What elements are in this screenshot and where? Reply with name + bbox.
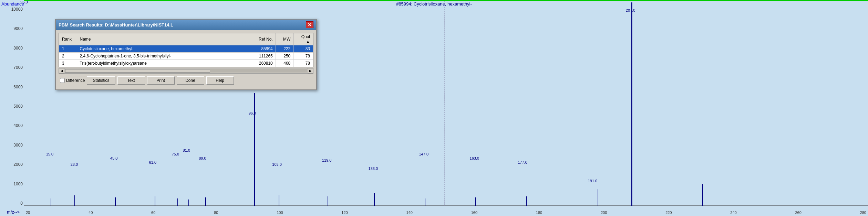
cell-mw: 468 <box>276 60 293 67</box>
y-tick: 0 <box>20 201 23 206</box>
dialog-title: PBM Search Results: D:\MassHunter\Librar… <box>59 22 173 28</box>
difference-checkbox-area: Difference <box>60 78 85 83</box>
x-tick-240: 240 <box>730 210 736 215</box>
x-tick-280: 280 <box>860 210 866 215</box>
x-tick-200: 200 <box>601 210 607 215</box>
cell-rank: 3 <box>59 60 77 67</box>
dialog-titlebar: PBM Search Results: D:\MassHunter\Librar… <box>56 20 316 30</box>
cell-rank: 1 <box>59 45 77 53</box>
col-rank: Rank <box>59 33 77 45</box>
cell-refno: 111265 <box>247 53 276 60</box>
cell-qual: 78 <box>293 53 313 60</box>
y-tick: 4000 <box>13 123 23 128</box>
y-tick: 2000 <box>13 162 23 167</box>
mz-label: m/z--> <box>7 209 20 215</box>
cell-qual: 78 <box>293 60 313 67</box>
x-tick-120: 120 <box>341 210 348 215</box>
x-axis: 20 40 60 80 100 120 140 160 180 200 220 … <box>24 210 868 215</box>
y-tick: 8000 <box>13 46 23 51</box>
x-tick-60: 60 <box>151 210 155 215</box>
abundance-label: Abundance <box>1 1 24 7</box>
cell-refno: 85994 <box>247 45 276 53</box>
dialog-content: Rank Name Ref No. MW Qual ▲ 1 Cyclotrisi… <box>56 30 316 89</box>
chart-area: Abundance #85994: Cyclotrisiloxane, hexa… <box>0 0 868 216</box>
table-row[interactable]: 2 2,4,6-Cycloheptatrien-1-one, 3,5-bis-t… <box>59 53 313 60</box>
cell-refno: 260810 <box>247 60 276 67</box>
cell-mw: 222 <box>276 45 293 53</box>
cell-name: 2,4,6-Cycloheptatrien-1-one, 3,5-bis-tri… <box>77 53 247 60</box>
y-tick: 7000 <box>13 65 23 70</box>
difference-checkbox[interactable] <box>60 78 65 83</box>
cell-rank: 2 <box>59 53 77 60</box>
scroll-left-arrow[interactable]: ◀ <box>59 68 64 74</box>
x-tick-100: 100 <box>277 210 283 215</box>
cell-name: Cyclotrisiloxane, hexamethyl- <box>77 45 247 53</box>
cell-name: Tris(tert-butyldimethylsilyloxy)arsane <box>77 60 247 67</box>
cell-qual: 83 <box>293 45 313 53</box>
close-button[interactable]: ✕ <box>306 21 313 28</box>
col-mw: MW <box>276 33 293 45</box>
pbm-search-dialog: PBM Search Results: D:\MassHunter\Librar… <box>55 19 317 90</box>
x-tick-180: 180 <box>536 210 542 215</box>
col-refno: Ref No. <box>247 33 276 45</box>
help-button[interactable]: Help <box>206 76 234 85</box>
scroll-track[interactable] <box>65 69 307 73</box>
table-row[interactable]: 1 Cyclotrisiloxane, hexamethyl- 85994 22… <box>59 45 313 53</box>
scroll-thumb[interactable] <box>65 69 210 73</box>
horizontal-scrollbar[interactable]: ◀ ▶ <box>59 68 313 74</box>
scroll-right-arrow[interactable]: ▶ <box>308 68 313 74</box>
x-tick-40: 40 <box>89 210 93 215</box>
y-tick: 5000 <box>13 104 23 109</box>
results-table: Rank Name Ref No. MW Qual ▲ 1 Cyclotrisi… <box>59 33 313 67</box>
cell-mw: 250 <box>276 53 293 60</box>
y-tick: 10000 <box>11 7 23 12</box>
col-name: Name <box>77 33 247 45</box>
y-tick: 3000 <box>13 143 23 148</box>
y-tick: 6000 <box>13 85 23 89</box>
col-qual: Qual ▲ <box>293 33 313 45</box>
y-tick: 1000 <box>13 182 23 186</box>
statistics-button[interactable]: Statistics <box>87 76 115 85</box>
table-row[interactable]: 3 Tris(tert-butyldimethylsilyloxy)arsane… <box>59 60 313 67</box>
text-button[interactable]: Text <box>117 76 145 85</box>
done-button[interactable]: Done <box>177 76 204 85</box>
results-table-container: Rank Name Ref No. MW Qual ▲ 1 Cyclotrisi… <box>59 33 313 67</box>
x-tick-220: 220 <box>665 210 672 215</box>
y-axis: 10000 9000 8000 7000 6000 5000 4000 3000… <box>0 7 24 206</box>
x-tick-260: 260 <box>795 210 801 215</box>
x-tick-160: 160 <box>471 210 477 215</box>
x-tick-80: 80 <box>214 210 218 215</box>
y-tick: 9000 <box>13 26 23 31</box>
print-button[interactable]: Print <box>147 76 175 85</box>
x-tick-20: 20 <box>26 210 30 215</box>
difference-label: Difference <box>66 78 85 83</box>
x-tick-140: 140 <box>406 210 413 215</box>
dialog-buttons: Difference Statistics Text Print Done He… <box>59 74 313 87</box>
